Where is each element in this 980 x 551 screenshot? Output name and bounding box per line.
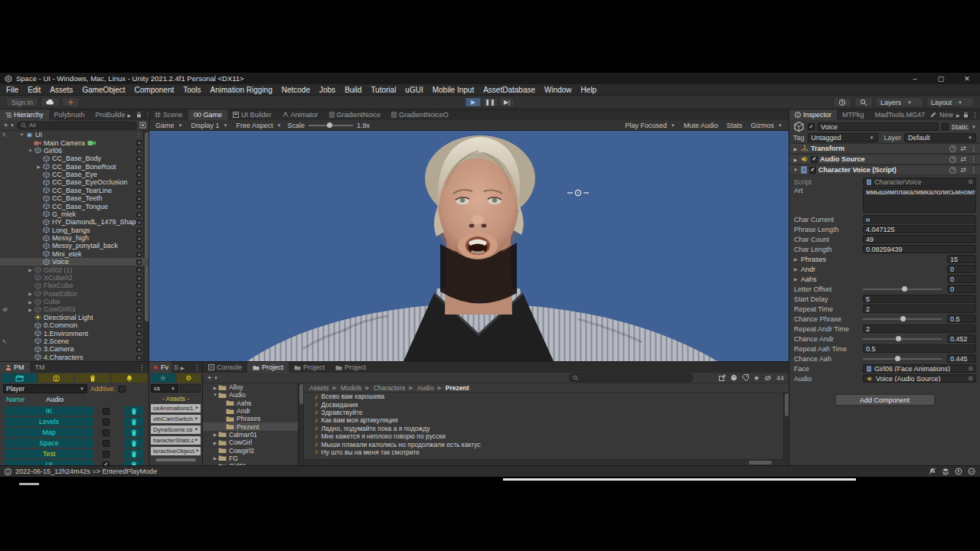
tab-inspector[interactable]: Inspector	[789, 109, 837, 120]
character-voice-component-header[interactable]: ▼ ✓ Character Voice (Script) ?⇄⋮	[789, 165, 980, 175]
pm-name-button-space[interactable]: Space	[5, 439, 93, 448]
property-textarea[interactable]: ммышимплакалимкалолисьмномпрс	[863, 187, 976, 213]
menu-item-tools[interactable]: Tools	[178, 86, 205, 94]
folder-item-cowgirl[interactable]: ▶CowGirl	[203, 439, 303, 446]
pm-checkbox-space[interactable]	[103, 440, 109, 447]
static-dropdown-caret[interactable]: ▼	[972, 125, 976, 129]
foldout-arrow-icon[interactable]: ▶	[794, 266, 801, 272]
menu-item-component[interactable]: Component	[130, 86, 179, 94]
script-button-ceanimations1[interactable]: ceAnimations1.‣	[151, 404, 201, 412]
folder-item-andr[interactable]: Andr	[203, 407, 303, 415]
row-toggle-button[interactable]	[136, 236, 142, 241]
folder-item-audio[interactable]: ▼Audio	[203, 391, 303, 399]
hierarchy-item-messy-high[interactable]: Messy_high	[0, 234, 149, 242]
foldout-arrow-icon[interactable]: ▼	[27, 148, 34, 153]
pm-checkbox-test[interactable]	[103, 451, 109, 458]
row-toggle-button[interactable]	[136, 228, 142, 233]
hierarchy-item-hy-diamondl-1479-shape[interactable]: HY_DiamondL_1479_Shape	[0, 218, 149, 226]
property-field[interactable]: 0.5	[947, 315, 976, 323]
audio-file-как-вам-моя-артикуляция[interactable]: ♪Как вам моя артикуляция	[304, 416, 789, 424]
row-toggle-button[interactable]	[136, 307, 142, 312]
property-field[interactable]: 0	[947, 285, 976, 293]
script-button-teractiveobject[interactable]: teractiveObject.‣	[151, 447, 201, 455]
fv-filter-field[interactable]	[180, 384, 201, 393]
tab-new[interactable]: New	[939, 111, 953, 119]
breadcrumb-item-prezent[interactable]: Prezent	[446, 384, 469, 392]
property-field[interactable]: 0.08259439	[863, 245, 976, 253]
property-slider[interactable]	[863, 318, 942, 320]
foldout-arrow-icon[interactable]: ▶	[27, 267, 34, 272]
hierarchy-item-girl02-1[interactable]: ▶Girl02 (1)	[0, 266, 149, 273]
row-toggle-button[interactable]	[136, 355, 142, 360]
bell-button[interactable]	[112, 373, 147, 383]
lock-icon[interactable]	[963, 112, 969, 118]
trash-button[interactable]	[124, 460, 144, 465]
hierarchy-item-cc-base-teeth[interactable]: CC_Base_Teeth	[0, 194, 149, 202]
row-toggle-button[interactable]	[136, 220, 142, 225]
hierarchy-item-cc-base-boneroot[interactable]: ▶CC_Base_BoneRoot	[0, 163, 149, 171]
hierarchy-item-main-camera[interactable]: Main Camera	[0, 139, 149, 146]
kebab-icon[interactable]: ⋮	[970, 155, 977, 163]
audio-file-всево-вам-харошева[interactable]: ♪Всево вам харошева	[304, 393, 789, 400]
video-progress-bar[interactable]	[503, 478, 856, 481]
row-toggle-button[interactable]	[136, 331, 142, 336]
folder-item-aahs[interactable]: Aahs	[203, 399, 303, 407]
property-field[interactable]: 15	[947, 255, 976, 263]
menu-item-build[interactable]: Build	[340, 86, 366, 94]
file-list-hscrollbar[interactable]	[304, 459, 789, 465]
tab-game[interactable]: Game	[188, 109, 228, 120]
tab-fv[interactable]: ★Fv	[149, 362, 172, 373]
property-field[interactable]: 2	[863, 324, 976, 333]
menu-item-assets[interactable]: Assets	[45, 86, 77, 94]
script-button-othcamswitch[interactable]: othCamSwitch.‣	[151, 415, 201, 423]
breadcrumb-item-assets[interactable]: Assets	[309, 384, 329, 392]
object-picker-icon[interactable]: ⊙	[968, 365, 973, 372]
foldout-arrow-icon[interactable]: ▼	[18, 132, 25, 137]
row-toggle-button[interactable]	[136, 165, 142, 170]
folder-item-cowgirl2[interactable]: Cowgirl2	[203, 446, 303, 454]
kebab-icon[interactable]: ⋮	[194, 364, 201, 371]
menu-item-file[interactable]: File	[2, 86, 23, 94]
hierarchy-item-flexcube[interactable]: FlexCube	[0, 282, 149, 289]
row-toggle-button[interactable]	[136, 347, 142, 352]
pm-checkbox-levels[interactable]	[103, 419, 109, 425]
row-toggle-button[interactable]	[136, 267, 142, 272]
create-asset-button[interactable]: ＋▼	[206, 373, 218, 383]
hierarchy-item-cube[interactable]: ▶Cube	[0, 298, 149, 305]
kebab-icon[interactable]: ⋮	[145, 111, 149, 119]
scale-slider[interactable]	[309, 125, 353, 126]
folder-item-fg[interactable]: ▶FG	[203, 455, 303, 462]
slider-thumb[interactable]	[895, 356, 900, 361]
component-enabled-checkbox[interactable]: ✓	[811, 156, 818, 163]
row-toggle-button[interactable]	[136, 292, 142, 297]
hierarchy-item-g-mlek[interactable]: G_mlek	[0, 210, 149, 218]
tab-mtpkg[interactable]: MTPkg	[837, 109, 870, 120]
row-toggle-button[interactable]	[136, 172, 142, 178]
maximize-button[interactable]: ▢	[928, 75, 954, 83]
player-dropdown[interactable]: Player▼	[3, 384, 87, 393]
pm-checkbox-ik[interactable]	[103, 408, 109, 415]
row-toggle-button[interactable]	[136, 243, 142, 249]
gizmos-dropdown[interactable]: Gizmos▼	[749, 122, 785, 129]
hierarchy-item-mini-etek[interactable]: Mini_etek	[0, 250, 149, 258]
row-toggle-button[interactable]	[136, 148, 142, 154]
row-toggle-button[interactable]	[136, 196, 142, 201]
hierarchy-item-0-common[interactable]: 0.Common	[0, 321, 149, 329]
trash-button[interactable]	[124, 439, 144, 448]
trash-button[interactable]	[124, 449, 144, 458]
folder-item-prezent[interactable]: Prezent	[203, 422, 303, 430]
open-search-icon[interactable]	[719, 374, 726, 381]
hierarchy-item-2-scene[interactable]: 2.Scene	[0, 337, 149, 345]
property-field[interactable]: 0	[947, 275, 976, 283]
minimize-button[interactable]: –	[902, 75, 928, 83]
foldout-arrow-icon[interactable]: ▶	[27, 299, 34, 305]
collab-icon[interactable]	[62, 97, 80, 107]
component-enabled-checkbox[interactable]: ✓	[809, 167, 816, 174]
cache-layers-icon[interactable]	[942, 468, 949, 475]
breadcrumb-item-characters[interactable]: Characters	[374, 384, 406, 392]
help-icon[interactable]: ?	[949, 167, 956, 174]
game-viewport[interactable]	[149, 131, 789, 361]
kebab-icon[interactable]: ⋮	[970, 166, 977, 174]
property-field[interactable]: 0.445	[947, 354, 976, 363]
tab-madtools[interactable]: MadTools.MG47	[870, 109, 931, 120]
